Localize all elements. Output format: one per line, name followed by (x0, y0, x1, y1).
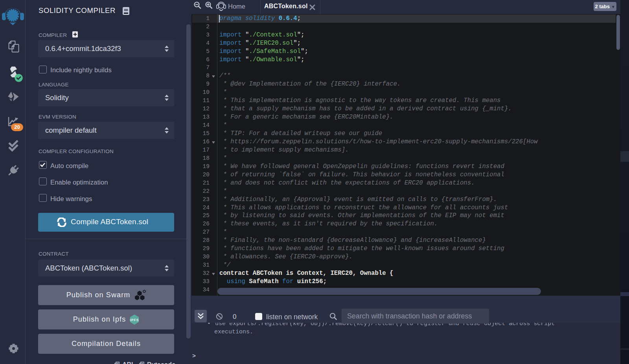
svg-text:IPFS: IPFS (130, 318, 139, 322)
